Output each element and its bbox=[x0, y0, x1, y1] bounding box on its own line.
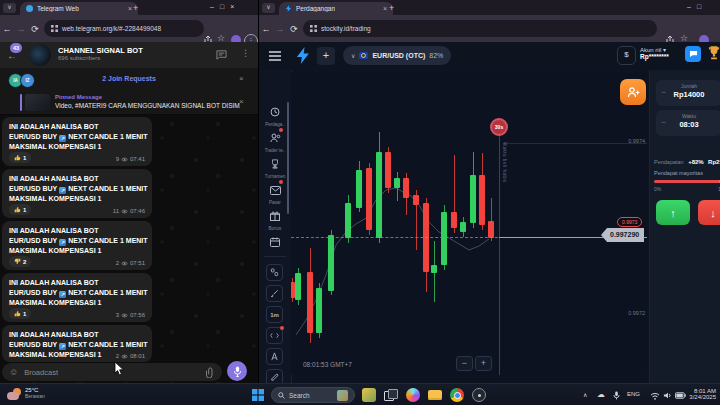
new-tab-button[interactable]: + bbox=[133, 3, 138, 13]
menu-hamburger-icon[interactable] bbox=[269, 51, 281, 61]
refer-friend-button[interactable] bbox=[620, 79, 646, 105]
price-alert-label: 0.9973 bbox=[617, 217, 642, 227]
support-chat-button[interactable] bbox=[685, 46, 701, 62]
emoji-icon[interactable]: ☺ bbox=[9, 368, 18, 377]
buy-up-button[interactable]: ↑ bbox=[656, 200, 690, 225]
drawing-tools-button[interactable] bbox=[266, 348, 283, 365]
maximize-button[interactable]: □ bbox=[697, 3, 707, 10]
taskbar-app-chrome[interactable] bbox=[450, 388, 464, 402]
reaction-pill[interactable]: 1 bbox=[9, 152, 31, 163]
address-bar[interactable]: web.telegram.org/k/#-2284499048 bbox=[44, 20, 204, 37]
pinned-message-row[interactable]: Pinned Message Video, #MATERI9 CARA MENG… bbox=[0, 91, 258, 115]
join-requests-row[interactable]: IA IZ 2 Join Requests × bbox=[0, 68, 258, 92]
back-icon[interactable]: ← bbox=[259, 24, 273, 34]
amount-field[interactable]: − Jumlah Rp14000 bbox=[656, 80, 720, 106]
minimize-button[interactable]: – bbox=[210, 3, 220, 10]
expiry-vertical-line bbox=[499, 128, 500, 375]
tab-telegram-web[interactable]: Telegram Web × bbox=[20, 2, 138, 15]
message-bubble[interactable]: INI ADALAH ANALISA BOT EUR/USD BUY↗NEXT … bbox=[2, 169, 152, 218]
expiration-button[interactable] bbox=[266, 327, 283, 344]
asset-selector[interactable]: ∨ EUR/USD (OTC) 82% bbox=[343, 46, 451, 65]
taskbar-app-file-explorer[interactable] bbox=[428, 390, 442, 400]
tab-close-icon[interactable]: × bbox=[383, 5, 387, 12]
message-composer[interactable]: ☺ Broadcast bbox=[2, 363, 222, 381]
time-field[interactable]: − Waktu 08:03 bbox=[656, 110, 720, 136]
candle-body bbox=[431, 265, 437, 273]
trophy-icon bbox=[270, 159, 280, 169]
reaction-pill[interactable]: 1 bbox=[9, 204, 31, 215]
channel-title-block[interactable]: CHANNEL SIGNAL BOT 696 subscribers bbox=[58, 46, 143, 61]
tab-perdagangan[interactable]: Perdagangan × bbox=[279, 2, 393, 15]
reload-icon[interactable]: ⟳ bbox=[287, 24, 301, 34]
tray-volume-icon[interactable] bbox=[663, 391, 672, 400]
zoom-in-button[interactable]: + bbox=[475, 356, 492, 371]
deposit-icon[interactable]: $ bbox=[617, 46, 636, 65]
tray-battery-icon[interactable] bbox=[675, 392, 686, 399]
voice-record-button[interactable] bbox=[227, 361, 247, 381]
decrease-time-button[interactable]: − bbox=[661, 117, 666, 127]
sidebar-item-calendar[interactable] bbox=[259, 233, 291, 251]
task-view-button[interactable] bbox=[384, 389, 396, 401]
weather-widget[interactable]: 25°C Berawan bbox=[25, 387, 45, 399]
eu-flag-icon bbox=[359, 52, 368, 59]
current-price-tag: 0.997290 bbox=[601, 228, 644, 242]
site-info-icon[interactable] bbox=[310, 25, 317, 32]
candle-body bbox=[328, 235, 334, 290]
reaction-pill[interactable]: 2 bbox=[9, 256, 31, 267]
close-icon[interactable]: × bbox=[239, 74, 244, 83]
address-bar[interactable]: stockity.id/trading bbox=[303, 20, 657, 37]
tray-language[interactable]: ENG bbox=[627, 391, 640, 397]
sidebar-scrollbar[interactable] bbox=[287, 102, 289, 214]
tab-title: Perdagangan bbox=[296, 5, 335, 12]
tray-mic-icon[interactable] bbox=[613, 391, 620, 400]
site-info-icon[interactable] bbox=[51, 25, 58, 32]
tab-search-chevron[interactable]: ∨ bbox=[262, 3, 275, 13]
close-icon[interactable]: × bbox=[239, 97, 244, 106]
close-button[interactable]: × bbox=[230, 3, 240, 10]
tournament-trophy-icon[interactable] bbox=[707, 45, 720, 61]
message-bubble[interactable]: INI ADALAH ANALISA BOT EUR/USD BUY↗NEXT … bbox=[2, 273, 152, 322]
back-arrow-icon[interactable]: ← bbox=[7, 50, 17, 61]
taskbar-search[interactable]: Search bbox=[271, 387, 355, 403]
zoom-out-button[interactable]: − bbox=[456, 356, 473, 371]
comments-icon[interactable] bbox=[216, 49, 227, 60]
channel-avatar[interactable] bbox=[29, 44, 51, 66]
weather-icon[interactable] bbox=[7, 388, 21, 401]
channel-menu-icon[interactable]: ⋮ bbox=[241, 48, 250, 58]
calendar-icon bbox=[270, 237, 280, 247]
start-button[interactable] bbox=[252, 389, 264, 401]
add-asset-button[interactable]: + bbox=[317, 47, 335, 65]
taskbar-app-photos[interactable] bbox=[362, 388, 376, 402]
tab-close-icon[interactable]: × bbox=[128, 5, 132, 12]
tab-search-chevron[interactable]: ∨ bbox=[3, 3, 16, 13]
taskbar-app-copilot[interactable] bbox=[406, 388, 420, 402]
arrows-icon bbox=[270, 332, 279, 339]
chart-type-button[interactable] bbox=[266, 264, 283, 281]
tray-cloud-icon[interactable]: ☁ bbox=[597, 390, 605, 399]
account-switcher[interactable]: Akun riil ▾ Rp******** bbox=[640, 46, 669, 60]
taskbar-app-game[interactable] bbox=[472, 388, 486, 402]
message-bubble[interactable]: INI ADALAH ANALISA BOT EUR/USD BUY↗NEXT … bbox=[2, 325, 152, 362]
tray-clock[interactable]: 8:01 AM 3/24/2025 bbox=[688, 388, 716, 400]
stockity-logo[interactable] bbox=[295, 47, 310, 64]
sell-down-button[interactable]: ↓ bbox=[698, 200, 720, 225]
attach-paperclip-icon[interactable] bbox=[206, 367, 215, 378]
window-controls[interactable]: –□× bbox=[210, 3, 240, 10]
tray-wifi-icon[interactable] bbox=[650, 392, 660, 400]
tray-chevron-icon[interactable]: ∧ bbox=[583, 391, 587, 398]
timeframe-button[interactable]: 1m bbox=[266, 306, 283, 323]
search-placeholder: Search bbox=[289, 392, 310, 399]
maximize-button[interactable]: □ bbox=[220, 3, 230, 10]
new-tab-button[interactable]: + bbox=[389, 3, 394, 13]
indicators-button[interactable] bbox=[266, 285, 283, 302]
reaction-pill[interactable]: 1 bbox=[9, 308, 31, 319]
back-icon[interactable]: ← bbox=[0, 24, 14, 34]
decrease-amount-button[interactable]: − bbox=[661, 87, 666, 97]
chevron-down-icon: ∨ bbox=[351, 52, 355, 59]
window-controls[interactable]: –□ bbox=[687, 3, 707, 10]
message-bubble[interactable]: INI ADALAH ANALISA BOT EUR/USD BUY↗NEXT … bbox=[2, 221, 152, 270]
reload-icon[interactable]: ⟳ bbox=[28, 24, 42, 34]
candlestick-chart[interactable]: 30s Waktu beli habis bbox=[291, 72, 647, 375]
message-bubble[interactable]: INI ADALAH ANALISA BOT EUR/USD BUY↗NEXT … bbox=[2, 117, 152, 166]
minimize-button[interactable]: – bbox=[687, 3, 697, 10]
